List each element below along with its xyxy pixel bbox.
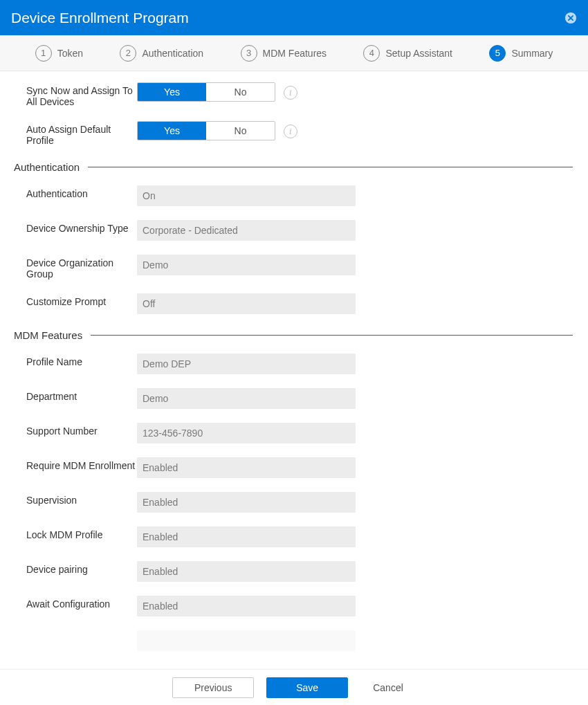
field-label: Authentication <box>14 185 137 199</box>
row-profile-name: Profile Name Demo DEP <box>14 354 573 374</box>
row-await-configuration: Await Configuration Enabled <box>14 596 573 616</box>
field-label: Support Number <box>14 423 137 437</box>
step-setup-assistant[interactable]: 4 Setup Assistant <box>363 45 452 62</box>
section-line <box>91 335 573 336</box>
row-device-pairing: Device pairing Enabled <box>14 561 573 582</box>
info-icon[interactable]: i <box>284 125 297 138</box>
field-label <box>14 630 137 644</box>
step-number: 4 <box>363 45 380 62</box>
field-value: Enabled <box>137 561 356 582</box>
titlebar: Device Enrollment Program <box>0 0 588 35</box>
row-auto-assign: Auto Assign Default Profile Yes No i <box>14 121 573 146</box>
row-lock-mdm-profile: Lock MDM Profile Enabled <box>14 527 573 547</box>
section-mdm-features: MDM Features <box>14 329 573 341</box>
section-title: MDM Features <box>14 329 82 341</box>
row-authentication: Authentication On <box>14 185 573 206</box>
field-value: Demo DEP <box>137 354 356 374</box>
sync-label: Sync Now and Assign To All Devices <box>14 82 137 107</box>
step-label: Token <box>57 48 83 59</box>
field-label: Await Configuration <box>14 596 137 610</box>
previous-button[interactable]: Previous <box>172 677 254 698</box>
row-department: Department Demo <box>14 388 573 409</box>
row-next-partial <box>14 630 573 651</box>
toggle-yes[interactable]: Yes <box>138 83 206 101</box>
auto-toggle[interactable]: Yes No <box>137 121 275 140</box>
field-label: Lock MDM Profile <box>14 527 137 540</box>
field-label: Department <box>14 388 137 402</box>
field-value: Enabled <box>137 596 356 616</box>
field-value: Corporate - Dedicated <box>137 220 356 241</box>
toggle-yes[interactable]: Yes <box>138 122 206 140</box>
field-value: Enabled <box>137 492 356 513</box>
step-number: 2 <box>120 45 136 62</box>
row-require-mdm: Require MDM Enrollment Enabled <box>14 457 573 478</box>
step-number: 5 <box>489 45 506 62</box>
field-value: Demo <box>137 388 356 409</box>
section-title: Authentication <box>14 161 80 173</box>
field-label: Customize Prompt <box>14 293 137 307</box>
sync-ctrl: Yes No i <box>137 82 297 102</box>
row-sync-assign: Sync Now and Assign To All Devices Yes N… <box>14 82 573 107</box>
sync-toggle[interactable]: Yes No <box>137 82 275 102</box>
field-value: Enabled <box>137 457 356 478</box>
save-button[interactable]: Save <box>266 677 348 698</box>
field-value: Enabled <box>137 527 356 547</box>
section-authentication: Authentication <box>14 161 573 173</box>
dep-modal: Device Enrollment Program 1 Token 2 Auth… <box>0 0 588 705</box>
footer: Previous Save Cancel <box>0 669 588 705</box>
step-label: Summary <box>511 48 553 59</box>
field-label: Supervision <box>14 492 137 506</box>
step-label: Authentication <box>142 48 203 59</box>
content-scroll[interactable]: Sync Now and Assign To All Devices Yes N… <box>0 71 588 669</box>
field-label: Device Organization Group <box>14 255 137 280</box>
field-label: Require MDM Enrollment <box>14 457 137 471</box>
step-bar: 1 Token 2 Authentication 3 MDM Features … <box>0 35 588 71</box>
cancel-button[interactable]: Cancel <box>360 677 416 698</box>
field-label: Device pairing <box>14 561 137 575</box>
toggle-no[interactable]: No <box>206 83 275 101</box>
info-icon[interactable]: i <box>284 86 297 100</box>
step-mdm-features[interactable]: 3 MDM Features <box>241 45 327 62</box>
row-support-number: Support Number 123-456-7890 <box>14 423 573 443</box>
field-value: On <box>137 185 356 206</box>
modal-title: Device Enrollment Program <box>11 10 189 26</box>
row-customize-prompt: Customize Prompt Off <box>14 293 573 314</box>
row-supervision: Supervision Enabled <box>14 492 573 513</box>
step-number: 3 <box>241 45 257 62</box>
close-icon[interactable] <box>564 12 577 24</box>
field-value: Demo <box>137 255 356 275</box>
toggle-no[interactable]: No <box>206 122 275 140</box>
field-label: Profile Name <box>14 354 137 367</box>
step-summary[interactable]: 5 Summary <box>489 45 553 62</box>
row-device-ownership: Device Ownership Type Corporate - Dedica… <box>14 220 573 241</box>
step-number: 1 <box>35 45 52 62</box>
auto-ctrl: Yes No i <box>137 121 297 140</box>
row-device-org-group: Device Organization Group Demo <box>14 255 573 280</box>
field-value: Off <box>137 293 356 314</box>
field-value <box>137 630 356 651</box>
section-line <box>88 167 573 167</box>
step-token[interactable]: 1 Token <box>35 45 83 62</box>
step-label: MDM Features <box>263 48 327 59</box>
field-value: 123-456-7890 <box>137 423 356 443</box>
field-label: Device Ownership Type <box>14 220 137 234</box>
auto-label: Auto Assign Default Profile <box>14 121 137 146</box>
step-label: Setup Assistant <box>385 48 452 59</box>
content-wrap: Sync Now and Assign To All Devices Yes N… <box>0 71 588 669</box>
step-authentication[interactable]: 2 Authentication <box>120 45 203 62</box>
